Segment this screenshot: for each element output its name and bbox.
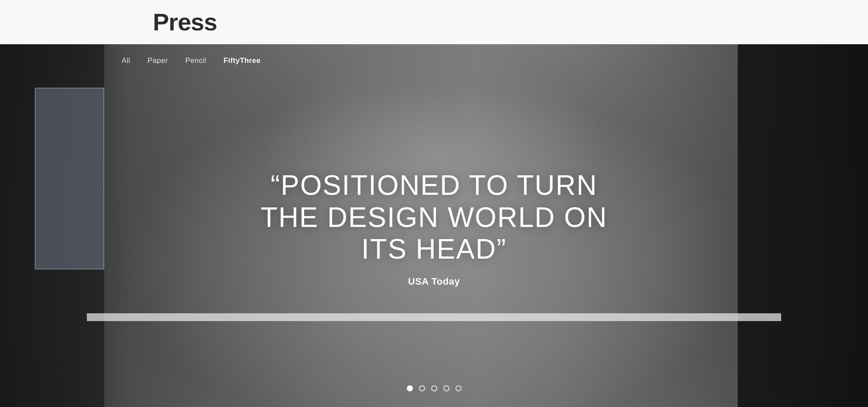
hero-source: USA Today — [239, 276, 630, 287]
dot-2[interactable] — [419, 385, 425, 391]
tab-all[interactable]: All — [122, 56, 130, 65]
tab-pencil[interactable]: Pencil — [185, 56, 206, 65]
filter-nav: All Paper Pencil FiftyThree — [122, 56, 261, 65]
tab-paper[interactable]: Paper — [148, 56, 168, 65]
tab-fiftythree[interactable]: FiftyThree — [224, 56, 261, 65]
page-title: Press — [153, 8, 217, 36]
dot-1[interactable] — [407, 385, 413, 391]
window-light — [35, 88, 104, 269]
dot-5[interactable] — [455, 385, 462, 391]
hero-content: “POSITIONED TO TURN THE DESIGN WORLD ON … — [239, 170, 630, 287]
carousel-dots — [407, 385, 462, 391]
dot-3[interactable] — [431, 385, 437, 391]
hero-section: All Paper Pencil FiftyThree “POSITIONED … — [0, 44, 868, 407]
counter-bar — [87, 313, 781, 321]
hero-quote: “POSITIONED TO TURN THE DESIGN WORLD ON … — [239, 170, 630, 266]
dot-4[interactable] — [443, 385, 449, 391]
page-header: Press — [0, 0, 868, 44]
